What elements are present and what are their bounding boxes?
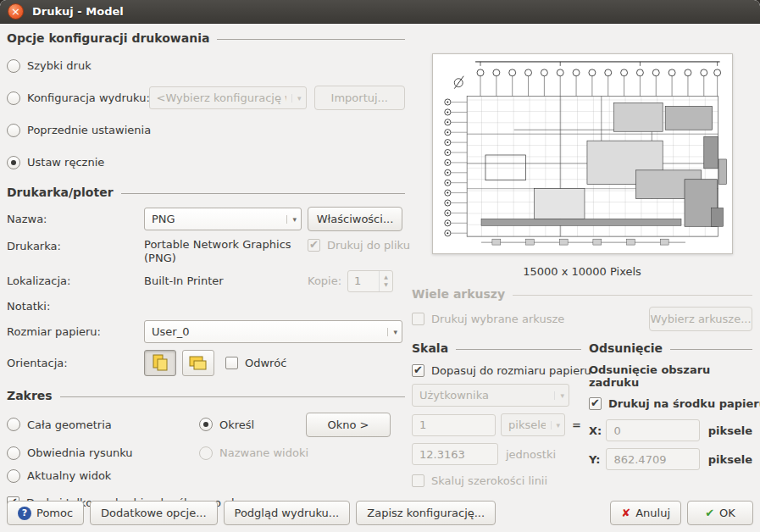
all-geometry-label: Cała geometria (27, 418, 112, 431)
scale-column: Skala Dopasuj do rozmiaru papieru Użytko… (412, 341, 581, 487)
ok-button-label: OK (719, 507, 735, 519)
radio-specify[interactable]: Określ (199, 418, 306, 431)
extents-label: Obwiednia rysunku (27, 446, 133, 459)
print-dialog: × Drukuj - Model Opcje konfiguracji druk… (0, 0, 760, 532)
ok-button[interactable]: ✔ OK (687, 501, 753, 525)
printer-value: Portable Network Graphics (PNG) (144, 235, 302, 266)
titlebar[interactable]: × Drukuj - Model (0, 0, 760, 24)
portrait-pages-icon (151, 354, 169, 371)
y-unit-label: piksele (708, 453, 752, 466)
printer-label: Drukarka: (7, 235, 144, 252)
offset-area-label: Odsunięcie obszaru zadruku (589, 363, 752, 389)
offset-y-row: Y: 862.4709 piksele (589, 448, 752, 470)
checkbox-print-to-file: Drukuj do pliku (308, 239, 410, 252)
radio-manual[interactable]: Ustaw ręcznie (7, 156, 144, 169)
help-button[interactable]: ? Pomoc (7, 501, 84, 525)
equals-sign: = (572, 418, 581, 431)
spin-down-icon: ▼ (384, 281, 388, 288)
row-previous-settings: Poprzednie ustawienia (7, 119, 405, 141)
checkbox-indicator (412, 313, 424, 325)
offset-y-input: 862.4709 (606, 448, 699, 470)
landscape-pages-icon (189, 354, 208, 371)
paper-size-select[interactable]: User_0 ▾ (144, 320, 402, 343)
section-rule (513, 295, 752, 296)
radio-previous-settings[interactable]: Poprzednie ustawienia (7, 124, 151, 137)
checkbox-indicator (308, 239, 320, 252)
radio-indicator (7, 418, 20, 431)
radio-previous-settings-label: Poprzednie ustawienia (27, 124, 151, 136)
row-orientation: Orientacja: Odwróć (7, 350, 405, 376)
radio-manual-label: Ustaw ręcznie (27, 156, 104, 169)
orientation-portrait-button[interactable] (144, 350, 176, 376)
radio-indicator (7, 156, 20, 169)
chevron-down-icon: ▾ (286, 215, 297, 224)
radio-extents[interactable]: Obwiednia rysunku (7, 446, 199, 460)
print-preview-button[interactable]: Podgląd wydruku... (224, 501, 351, 525)
row-notes: Notatki: (7, 296, 405, 317)
radio-quick-print-label: Szybki druk (27, 59, 92, 72)
cancel-button[interactable]: ✘ Anuluj (610, 501, 681, 525)
reverse-label: Odwróć (245, 357, 286, 369)
chevron-down-icon: ▾ (554, 391, 564, 400)
scale-value-input: 1 (412, 414, 496, 436)
section-rule (121, 193, 405, 194)
section-range: Zakres (7, 389, 405, 402)
section-offset: Odsunięcie (589, 341, 752, 355)
cancel-button-label: Anuluj (635, 507, 670, 519)
close-button[interactable]: × (8, 3, 24, 19)
left-column: Opcje konfiguracji drukowania Szybki dru… (7, 24, 405, 512)
radio-indicator (7, 124, 20, 137)
import-button: Importuj... (314, 86, 405, 110)
copies-value: 1 (348, 271, 379, 291)
scale-unit-value: piksele (508, 418, 545, 431)
radio-all-geometry[interactable]: Cała geometria (7, 418, 199, 431)
preview-size-text: 15000 x 10000 Pixels (412, 265, 752, 278)
save-config-button[interactable]: Zapisz konfigurację... (356, 501, 496, 525)
right-column: 15000 x 10000 Pixels Wiele arkuszy Druku… (412, 24, 752, 498)
radio-indicator (199, 446, 213, 460)
range-options: Cała geometria Określ Okno > Obwiednia r… (7, 413, 405, 483)
radio-current-view[interactable]: Aktualny widok (7, 469, 199, 483)
orientation-label: Orientacja: (7, 357, 144, 369)
section-title: Skala (412, 341, 448, 355)
cancel-x-icon: ✘ (621, 507, 630, 519)
spin-up-icon: ▲ (384, 274, 388, 280)
checkbox-reverse[interactable]: Odwróć (225, 357, 286, 369)
help-button-label: Pomoc (36, 507, 73, 519)
checkbox-indicator (589, 397, 602, 410)
scale-line-widths-label: Skaluj szerokości linii (431, 474, 547, 487)
properties-button[interactable]: Właściwości... (308, 207, 402, 231)
section-rule (60, 396, 405, 397)
paper-size-label: Rozmiar papieru: (7, 325, 144, 338)
row-sheets: Drukuj wybrane arkusze Wybierz arkusze..… (412, 307, 752, 331)
named-views-label: Nazwane widoki (219, 446, 308, 459)
section-rule (456, 349, 581, 350)
row-paper-size: Rozmiar papieru: User_0 ▾ (7, 320, 405, 344)
orientation-landscape-button[interactable] (182, 350, 214, 376)
more-options-button[interactable]: Dodatkowe opcje... (90, 501, 217, 525)
notes-label: Notatki: (7, 300, 144, 313)
window-select-button[interactable]: Okno > (306, 413, 391, 437)
print-selected-sheets-label: Drukuj wybrane arkusze (431, 313, 564, 325)
chevron-down-icon: ▾ (291, 94, 302, 103)
checkbox-center-on-paper[interactable]: Drukuj na środku papieru (589, 397, 760, 410)
radio-print-config[interactable]: Konfiguracja wydruku: (7, 91, 149, 105)
printer-name-label: Nazwa: (7, 213, 144, 225)
print-preview-image (433, 54, 732, 253)
print-to-file-label: Drukuj do pliku (327, 239, 410, 252)
radio-quick-print[interactable]: Szybki druk (7, 59, 144, 73)
section-printer: Drukarka/ploter (7, 186, 405, 199)
radio-indicator (7, 446, 20, 460)
section-title: Odsunięcie (589, 341, 663, 355)
section-title: Opcje konfiguracji drukowania (7, 31, 209, 45)
section-scale: Skala (412, 341, 581, 355)
current-view-label: Aktualny widok (27, 469, 111, 482)
row-manual: Ustaw ręcznie (7, 151, 405, 174)
checkbox-print-selected-sheets: Drukuj wybrane arkusze (412, 313, 564, 325)
row-location: Lokalizacja: Built-In Printer Kopie: 1 ▲… (7, 269, 405, 293)
row-printer-name: Nazwa: PNG ▾ Właściwości... (7, 207, 405, 231)
printer-name-select[interactable]: PNG ▾ (144, 208, 302, 230)
close-icon: × (11, 6, 20, 17)
ok-check-icon: ✔ (705, 507, 714, 519)
checkbox-fit-to-paper[interactable]: Dopasuj do rozmiaru papieru (412, 364, 591, 377)
